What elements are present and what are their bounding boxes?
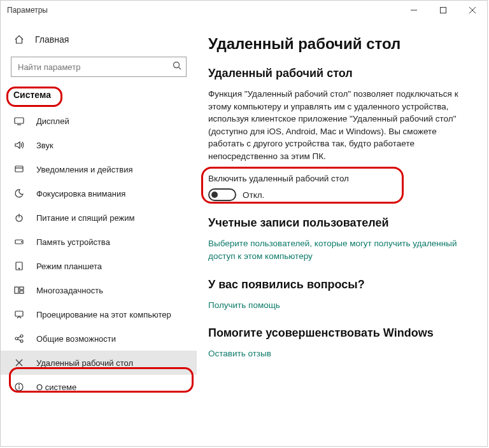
feature-description: Функция "Удаленный рабочий стол" позволя… [208, 88, 471, 162]
nav-remote-desktop[interactable]: Удаленный рабочий стол [1, 351, 197, 375]
nav-label: Фокусировка внимания [36, 189, 125, 199]
power-icon [13, 212, 25, 223]
svg-point-13 [22, 242, 22, 242]
feedback-link[interactable]: Оставить отзыв [208, 347, 471, 360]
home-nav[interactable]: Главная [1, 29, 197, 50]
display-icon [13, 115, 25, 127]
nav-label: Проецирование на этот компьютер [36, 310, 171, 319]
nav-label: Память устройства [36, 237, 110, 247]
toggle-state-label: Откл. [243, 190, 264, 200]
nav-label: Многозадачность [36, 286, 103, 295]
remote-icon [13, 357, 25, 368]
svg-line-24 [18, 339, 20, 340]
svg-rect-1 [441, 8, 446, 13]
title-bar: Параметры [1, 1, 487, 20]
storage-icon [13, 236, 25, 248]
search-input[interactable] [11, 57, 187, 77]
svg-point-27 [19, 384, 20, 385]
maximize-button[interactable] [429, 1, 458, 20]
nav-list: Дисплей Звук Уведомления и действия Фоку… [1, 109, 197, 399]
svg-rect-18 [20, 291, 24, 293]
svg-line-23 [18, 337, 20, 338]
improve-heading: Помогите усовершенствовать Windows [208, 326, 471, 340]
svg-rect-17 [20, 287, 24, 290]
select-users-link[interactable]: Выберите пользователей, которые могут по… [208, 237, 471, 262]
svg-point-21 [20, 335, 23, 337]
nav-power[interactable]: Питание и спящий режим [1, 206, 197, 230]
search-icon [173, 61, 181, 73]
nav-shared[interactable]: Общие возможности [1, 326, 197, 351]
nav-label: Удаленный рабочий стол [36, 358, 133, 368]
nav-label: Звук [36, 141, 53, 150]
svg-point-4 [174, 62, 180, 68]
tablet-icon [13, 260, 25, 272]
svg-point-22 [20, 340, 23, 342]
nav-projecting[interactable]: Проецирование на этот компьютер [1, 302, 197, 326]
questions-heading: У вас появились вопросы? [208, 278, 471, 291]
category-heading: Система [1, 85, 197, 109]
remote-desktop-toggle[interactable] [208, 188, 236, 201]
nav-label: О системе [36, 382, 76, 392]
minimize-button[interactable] [399, 1, 429, 20]
multitask-icon [13, 284, 25, 296]
page-heading: Удаленный рабочий стол [208, 35, 471, 53]
svg-rect-16 [15, 287, 18, 293]
svg-rect-8 [15, 166, 23, 172]
svg-point-15 [18, 268, 19, 269]
sound-icon [13, 139, 25, 151]
nav-focus[interactable]: Фокусировка внимания [1, 181, 197, 206]
about-icon [13, 381, 25, 393]
home-icon [13, 34, 25, 45]
svg-line-5 [179, 67, 181, 70]
svg-rect-19 [15, 311, 23, 316]
nav-label: Уведомления и действия [36, 165, 133, 174]
close-button[interactable] [458, 1, 487, 20]
enable-label: Включить удаленный рабочий стол [208, 174, 471, 183]
home-label: Главная [35, 34, 69, 45]
focus-icon [13, 188, 25, 199]
accounts-heading: Учетные записи пользователей [208, 216, 471, 230]
notifications-icon [13, 164, 25, 175]
main-pane: Удаленный рабочий стол Удаленный рабочий… [197, 20, 487, 446]
nav-display[interactable]: Дисплей [1, 109, 197, 133]
nav-label: Режим планшета [36, 262, 102, 271]
section-subheading: Удаленный рабочий стол [208, 67, 471, 80]
get-help-link[interactable]: Получить помощь [208, 299, 471, 312]
nav-storage[interactable]: Память устройства [1, 230, 197, 254]
nav-about[interactable]: О системе [1, 375, 197, 399]
nav-tablet[interactable]: Режим планшета [1, 254, 197, 278]
shared-icon [13, 333, 25, 344]
nav-multitask[interactable]: Многозадачность [1, 278, 197, 302]
nav-label: Общие возможности [36, 334, 116, 344]
nav-sound[interactable]: Звук [1, 133, 197, 157]
svg-point-20 [15, 337, 18, 340]
nav-notifications[interactable]: Уведомления и действия [1, 157, 197, 181]
svg-rect-6 [15, 118, 24, 123]
nav-label: Дисплей [36, 116, 69, 126]
settings-window: Параметры Главная Си [0, 0, 488, 447]
nav-label: Питание и спящий режим [36, 213, 134, 223]
sidebar: Главная Система Дисплей Звук [1, 20, 197, 446]
window-title: Параметры [7, 6, 48, 15]
projecting-icon [13, 309, 25, 320]
